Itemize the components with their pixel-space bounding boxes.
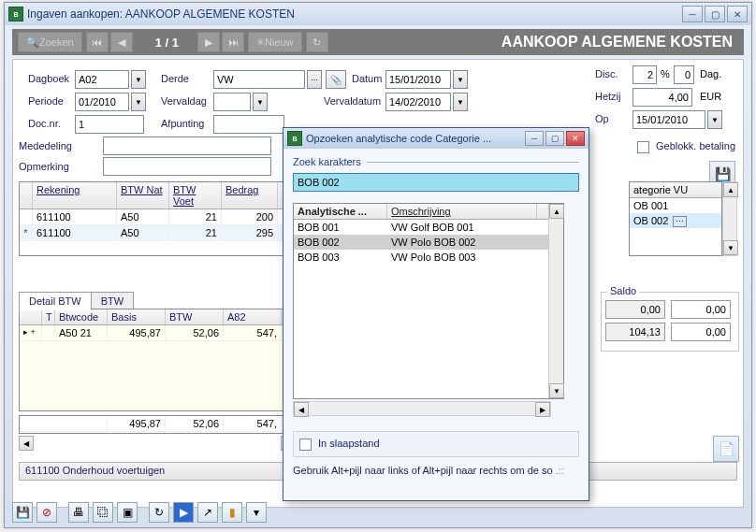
op-label: Op: [595, 113, 609, 124]
dialog-close-button[interactable]: ✕: [566, 131, 585, 146]
table-row[interactable]: * 611100 A50 21 295: [20, 225, 293, 241]
vat-grid[interactable]: T Btwcode Basis BTW A82 ▸ + A50 21 495,8…: [19, 309, 298, 411]
nav-next-button[interactable]: ▶: [197, 32, 220, 52]
scroll-left-icon[interactable]: ◀: [294, 402, 309, 417]
op-input[interactable]: [632, 110, 705, 129]
bottom-toolbar: 💾 ⊘ 🖶 ⿻ ▣ ↻ ▶ ↗ ▮ ▾: [12, 501, 267, 524]
result-vscroll[interactable]: ▲ ▼: [548, 204, 563, 398]
col-analytische[interactable]: Analytische ...: [294, 204, 387, 219]
sleep-checkbox[interactable]: [299, 439, 312, 451]
mededeling-label: Mededeling: [19, 140, 72, 151]
new-button[interactable]: ✳ Nieuw: [248, 32, 302, 52]
close-button[interactable]: ✕: [727, 6, 748, 22]
periode-input[interactable]: [75, 93, 129, 111]
action-blue-icon[interactable]: ▶: [173, 502, 194, 523]
col-bedrag[interactable]: Bedrag: [222, 182, 278, 208]
category-grid[interactable]: ategorie VU OB 001 OB 002 ⋯: [629, 181, 722, 256]
app-icon: B: [8, 7, 23, 22]
col-omschrijving[interactable]: Omschrijving: [387, 204, 537, 219]
notes-button[interactable]: 📄: [713, 436, 739, 462]
derde-label: Derde: [161, 73, 189, 84]
scroll-down-icon[interactable]: ▼: [549, 383, 564, 398]
scroll-down-icon[interactable]: ▼: [723, 240, 738, 255]
search-input[interactable]: [293, 173, 579, 192]
dialog-maximize-button[interactable]: ▢: [545, 131, 564, 146]
col-btwvoet[interactable]: BTW Voet: [169, 182, 222, 208]
geblokk-label: Geblokk. betaling: [656, 140, 735, 151]
col-rekening[interactable]: Rekening: [33, 182, 117, 208]
category-scrollbar[interactable]: ▲ ▼: [722, 181, 737, 256]
derde-input[interactable]: [213, 70, 305, 89]
lookup-icon[interactable]: ⋯: [673, 216, 687, 227]
scroll-up-icon[interactable]: ▲: [723, 182, 738, 197]
search-label: Zoeken: [39, 36, 74, 48]
col-btwcode[interactable]: Btwcode: [55, 309, 108, 324]
geblokk-checkbox[interactable]: [637, 141, 649, 153]
export-icon[interactable]: ↗: [197, 502, 218, 523]
afpunting-input[interactable]: [213, 115, 284, 134]
nav-last-button[interactable]: ⏭: [222, 32, 244, 52]
dropdown-icon[interactable]: ▾: [246, 502, 267, 523]
docnr-input[interactable]: [75, 115, 144, 134]
table-row[interactable]: 611100 A50 21 200: [20, 209, 293, 225]
periode-dropdown[interactable]: ▼: [131, 93, 146, 111]
banner-heading: AANKOOP ALGEMENE KOSTEN: [328, 34, 738, 50]
vervaldatum-dropdown[interactable]: ▼: [453, 93, 468, 111]
dagboek-dropdown[interactable]: ▼: [131, 70, 146, 89]
vervaldag-input[interactable]: [213, 93, 251, 111]
minimize-button[interactable]: ─: [682, 6, 703, 22]
derde-lookup[interactable]: ⋯: [307, 70, 322, 89]
col-t[interactable]: T: [42, 309, 55, 324]
col-a82[interactable]: A82: [224, 309, 282, 324]
nav-prev-button[interactable]: ◀: [110, 32, 133, 52]
list-item[interactable]: OB 001: [630, 198, 721, 213]
tab-detail-btw[interactable]: Detail BTW: [19, 292, 92, 310]
afpunting-label: Afpunting: [161, 118, 204, 129]
cancel-icon[interactable]: ⊘: [36, 502, 57, 523]
vervaldatum-input[interactable]: [385, 93, 451, 111]
copy-icon[interactable]: ⿻: [93, 502, 113, 523]
col-basis[interactable]: Basis: [108, 309, 166, 324]
vervaldag-dropdown[interactable]: ▼: [253, 93, 268, 111]
datum-dropdown[interactable]: ▼: [453, 70, 468, 89]
scroll-up-icon[interactable]: ▲: [549, 204, 564, 219]
search-button[interactable]: 🔍 Zoeken: [18, 32, 82, 52]
col-btwnat[interactable]: BTW Nat: [117, 182, 169, 208]
search-caption: Zoek karakters: [293, 156, 361, 167]
result-grid[interactable]: Analytische ... Omschrijving BOB 001 VW …: [293, 203, 564, 399]
col-btw[interactable]: BTW: [166, 309, 224, 324]
datum-input[interactable]: [385, 70, 451, 89]
maximize-button[interactable]: ▢: [705, 6, 725, 22]
mededeling-input[interactable]: [103, 137, 271, 155]
dagboek-input[interactable]: [75, 70, 129, 89]
lines-grid[interactable]: Rekening BTW Nat BTW Voet Bedrag 611100 …: [19, 181, 294, 256]
record-counter: 1 / 1: [137, 36, 197, 50]
grid-scroll-left[interactable]: ◀: [19, 436, 34, 451]
list-item[interactable]: OB 002 ⋯: [630, 213, 721, 228]
derde-action-button[interactable]: 📎: [326, 70, 346, 89]
scroll-right-icon[interactable]: ▶: [535, 402, 550, 417]
main-titlebar: B Ingaven aankopen: AANKOOP ALGEMENE KOS…: [5, 3, 751, 25]
hetzij-input[interactable]: [632, 88, 692, 107]
result-hscroll[interactable]: ◀ ▶: [293, 401, 551, 416]
windows-icon[interactable]: ▣: [117, 502, 138, 523]
refresh-icon[interactable]: ↻: [149, 502, 169, 523]
dialog-icon: B: [287, 131, 302, 146]
list-item[interactable]: BOB 001 VW Golf BOB 001: [294, 220, 563, 235]
list-item[interactable]: BOB 002 VW Polo BOB 002: [294, 235, 563, 250]
nav-first-button[interactable]: ⏮: [86, 32, 109, 52]
list-item[interactable]: BOB 003 VW Polo BOB 003: [294, 250, 563, 265]
tab-btw[interactable]: BTW: [91, 292, 134, 310]
op-dropdown[interactable]: ▼: [707, 110, 722, 129]
table-row[interactable]: ▸ + A50 21 495,87 52,06 547,: [20, 325, 297, 341]
folder-icon[interactable]: ▮: [222, 502, 242, 523]
disc-pct-input[interactable]: [632, 65, 657, 84]
dialog-minimize-button[interactable]: ─: [525, 131, 544, 146]
save-icon[interactable]: 💾: [12, 502, 33, 523]
periode-label: Periode: [28, 95, 64, 107]
print-icon[interactable]: 🖶: [68, 502, 89, 523]
saldo-group: Saldo 0,00 0,00 104,13 0,00: [601, 292, 739, 352]
disc-days-input[interactable]: [674, 65, 694, 84]
refresh-button[interactable]: ↻: [306, 32, 328, 52]
opmerking-input[interactable]: [103, 157, 271, 176]
